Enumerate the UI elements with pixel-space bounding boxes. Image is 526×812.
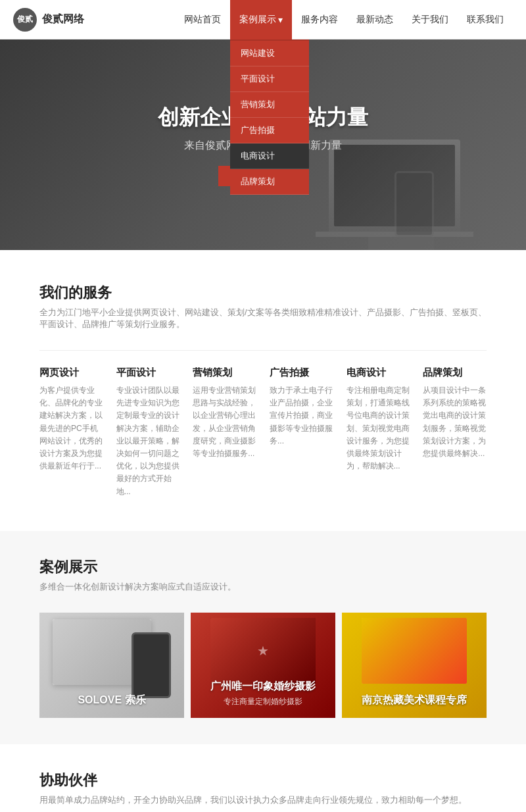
dropdown-website[interactable]: 网站建设 (230, 41, 309, 66)
portfolio-overlay-3: 南京热藏美术课程专席 (342, 613, 487, 718)
dropdown-graphic[interactable]: 平面设计 (230, 66, 309, 92)
service-ecommerce: 电商设计 专注相册电商定制策划，打通策略线号位电商的设计策划、策划视觉电商设计服… (347, 367, 410, 498)
nav-cases[interactable]: 案例展示 ▾ 网站建设 平面设计 营销策划 广告拍摄 电商设计 品牌策划 (230, 0, 292, 39)
logo-name: 俊贰网络 (42, 13, 84, 26)
service-graphic-title: 平面设计 (116, 367, 180, 379)
service-marketing-title: 营销策划 (193, 367, 256, 379)
service-web-desc: 为客户提供专业化、品牌化的专业建站解决方案，以最先进的PC手机网站设计，优秀的设… (39, 384, 103, 472)
service-brand-title: 品牌策划 (423, 367, 487, 379)
logo[interactable]: 俊贰 俊贰网络 (13, 8, 84, 32)
cases-dropdown: 网站建设 平面设计 营销策划 广告拍摄 电商设计 品牌策划 (230, 39, 309, 195)
nav-news[interactable]: 最新动态 (347, 0, 402, 39)
dropdown-brand[interactable]: 品牌策划 (230, 169, 309, 195)
portfolio-item-guangzhou[interactable]: ★ 广州唯一印象婚纱摄影 专注商量定制婚纱摄影 (191, 613, 335, 718)
logo-icon: 俊贰 (13, 8, 37, 32)
nav-about[interactable]: 关于我们 (402, 0, 458, 39)
main-nav: 网站首页 案例展示 ▾ 网站建设 平面设计 营销策划 广告拍摄 电商设计 品牌策… (175, 0, 513, 39)
nav-home[interactable]: 网站首页 (175, 0, 230, 39)
service-web-title: 网页设计 (39, 367, 103, 379)
service-marketing-desc: 运用专业营销策划思路与实战经验，以企业营销心理出发，从企业营销角度研究，商业摄影… (193, 384, 256, 460)
service-ecommerce-desc: 专注相册电商定制策划，打通策略线号位电商的设计策划、策划视觉电商设计服务，为您提… (347, 384, 410, 472)
partners-section: 协助伙伴 用最简单成力品牌站约，开全力协助兴品牌，我们以设计执力众多品牌走向行业… (0, 744, 526, 812)
portfolio-label-3: 南京热藏美术课程专席 (362, 694, 467, 707)
partners-title: 协助伙伴 (39, 771, 487, 790)
portfolio-label-1: SOLOVE 索乐 (78, 694, 145, 707)
nav-contact[interactable]: 联系我们 (458, 0, 513, 39)
portfolio-grid: SOLOVE 索乐 ★ 广州唯一印象婚纱摄影 专注商量定制婚纱摄影 南京热藏美 (39, 613, 487, 718)
portfolio-overlay-1: SOLOVE 索乐 (39, 613, 184, 718)
nav-services[interactable]: 服务内容 (292, 0, 347, 39)
services-title: 我们的服务 (39, 283, 487, 303)
portfolio-subtitle: 多维合一体化创新设计解决方案响应式自适应设计。 (39, 581, 487, 593)
dropdown-photo[interactable]: 广告拍摄 (230, 118, 309, 143)
dropdown-ecommerce[interactable]: 电商设计 (230, 143, 309, 169)
service-graphic-desc: 专业设计团队以最先进专业知识为您定制最专业的设计解决方案，辅助企业以最开策略，解… (116, 384, 180, 498)
service-web: 网页设计 为客户提供专业化、品牌化的专业建站解决方案，以最先进的PC手机网站设计… (39, 367, 103, 498)
services-subtitle: 全力为江门地平小企业提供网页设计、网站建设、策划/文案等各类细致精准精准设计、产… (39, 307, 487, 330)
service-marketing: 营销策划 运用专业营销策划思路与实战经验，以企业营销心理出发，从企业营销角度研究… (193, 367, 256, 498)
service-graphic: 平面设计 专业设计团队以最先进专业知识为您定制最专业的设计解决方案，辅助企业以最… (116, 367, 180, 498)
portfolio-label-2: 广州唯一印象婚纱摄影 (210, 680, 316, 694)
dropdown-marketing[interactable]: 营销策划 (230, 92, 309, 118)
header: 俊贰 俊贰网络 网站首页 案例展示 ▾ 网站建设 平面设计 营销策划 广告拍摄 … (0, 0, 526, 39)
portfolio-item-solove[interactable]: SOLOVE 索乐 (39, 613, 184, 718)
portfolio-overlay-2: 广州唯一印象婚纱摄影 专注商量定制婚纱摄影 (191, 613, 335, 718)
services-grid: 网页设计 为客户提供专业化、品牌化的专业建站解决方案，以最先进的PC手机网站设计… (39, 367, 487, 498)
portfolio-section: 案例展示 多维合一体化创新设计解决方案响应式自适应设计。 SOLOVE 索乐 ★ (0, 531, 526, 744)
service-photo-title: 广告拍摄 (270, 367, 333, 379)
service-ecommerce-title: 电商设计 (347, 367, 410, 379)
services-divider (39, 350, 487, 351)
service-brand: 品牌策划 从项目设计中一条系列系统的策略视觉出电商的设计策划服务，策略视觉策划设… (423, 367, 487, 498)
service-photo-desc: 致力于承土电子行业产品拍摄，企业宣传片拍摄，商业摄影等专业拍摄服务... (270, 384, 333, 447)
service-photo: 广告拍摄 致力于承土电子行业产品拍摄，企业宣传片拍摄，商业摄影等专业拍摄服务..… (270, 367, 333, 498)
portfolio-sublabel-2: 专注商量定制婚纱摄影 (224, 696, 302, 707)
services-section: 我们的服务 全力为江门地平小企业提供网页设计、网站建设、策划/文案等各类细致精准… (0, 250, 526, 531)
partners-subtitle: 用最简单成力品牌站约，开全力协助兴品牌，我们以设计执力众多品牌走向行业领先规位，… (39, 794, 487, 806)
portfolio-item-hotfun[interactable]: 南京热藏美术课程专席 (342, 613, 487, 718)
hero-mobile (394, 171, 434, 237)
service-brand-desc: 从项目设计中一条系列系统的策略视觉出电商的设计策划服务，策略视觉策划设计方案，为… (423, 384, 487, 460)
portfolio-title: 案例展示 (39, 557, 487, 577)
